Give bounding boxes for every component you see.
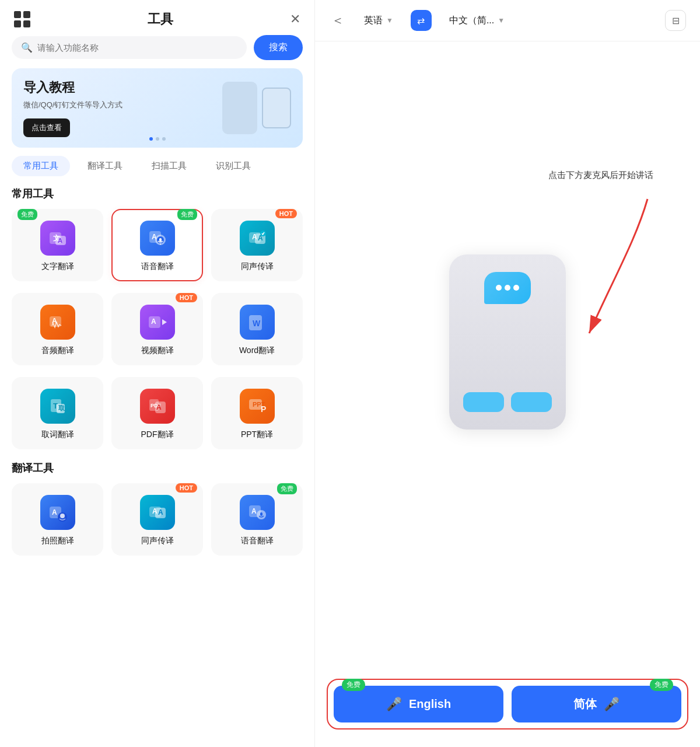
- tab-scan-tools[interactable]: 扫描工具: [140, 156, 198, 176]
- source-lang-selector[interactable]: 英语 ▼: [356, 10, 401, 32]
- text-translate-label: 文字翻译: [41, 261, 74, 272]
- video-translate-icon: A: [140, 305, 175, 340]
- doc-shape-decoration: [262, 88, 291, 128]
- search-icon: 🔍: [21, 42, 33, 53]
- word-extract-label: 取词翻译: [41, 430, 74, 440]
- tool-ppt-translate[interactable]: PPT P PPT翻译: [211, 377, 303, 449]
- pdf-translate-icon: PDF A: [140, 389, 175, 424]
- tool-voice-translate[interactable]: 免费 A 语音翻译: [111, 209, 203, 281]
- settings-button[interactable]: ⊟: [665, 10, 686, 31]
- header: 工具 ✕: [0, 0, 314, 35]
- hot-badge-video: HOT: [176, 293, 197, 302]
- ppt-translate-label: PPT翻译: [241, 430, 273, 440]
- tool-pdf-translate[interactable]: PDF A PDF翻译: [111, 377, 203, 449]
- banner-dots: [149, 137, 166, 141]
- phone-shape-decoration: [222, 82, 257, 134]
- chinese-free-badge: 免费: [650, 679, 673, 691]
- svg-text:A: A: [156, 403, 162, 411]
- word-extract-icon: T 取: [40, 389, 75, 424]
- speech-bubble: [484, 272, 531, 304]
- search-bar: 🔍 搜索: [0, 35, 314, 68]
- tool-photo-translate[interactable]: A 拍照翻译: [12, 483, 103, 556]
- right-header: ＜ 英语 ▼ ⇄ 中文（简... ▼ ⊟: [315, 0, 700, 41]
- common-tools-title: 常用工具: [12, 187, 303, 201]
- search-input-wrapper: 🔍: [12, 36, 247, 59]
- english-free-badge: 免费: [342, 679, 365, 691]
- banner-decoration: [222, 82, 291, 134]
- phone-controls: [463, 392, 552, 412]
- swap-language-button[interactable]: ⇄: [411, 10, 432, 31]
- chinese-label: 简体: [573, 696, 597, 712]
- svg-rect-8: [159, 238, 162, 242]
- tool-word-translate[interactable]: W Word翻译: [211, 293, 303, 365]
- hot-badge: HOT: [275, 209, 297, 218]
- settings-icon: ⊟: [672, 15, 680, 26]
- tool-text-translate[interactable]: 免费 文 A 文字翻译: [12, 209, 103, 281]
- simultaneous-label: 同声传译: [241, 261, 274, 272]
- svg-rect-44: [260, 512, 262, 516]
- simultaneous-icon: A A: [240, 221, 275, 256]
- tab-common-tools[interactable]: 常用工具: [12, 156, 70, 176]
- tool-voice-translate2[interactable]: 免费 A 语音翻译: [211, 483, 303, 556]
- phone-illustration: [449, 254, 566, 430]
- phone-control-1: [463, 392, 504, 412]
- annotation-area: 点击下方麦克风后开始讲话: [548, 170, 653, 186]
- svg-text:A: A: [58, 237, 62, 244]
- swap-icon: ⇄: [417, 15, 425, 26]
- search-input[interactable]: [37, 43, 237, 53]
- english-mic-icon: 🎤: [386, 697, 402, 712]
- photo-translate-label: 拍照翻译: [41, 536, 74, 546]
- english-label: English: [409, 697, 451, 711]
- tab-translate-tools[interactable]: 翻译工具: [76, 156, 134, 176]
- ppt-translate-icon: PPT P: [240, 389, 275, 424]
- tool-simultaneous[interactable]: HOT A A 同声传译: [211, 209, 303, 281]
- voice-translate-icon: A: [140, 221, 175, 256]
- free-badge: 免费: [18, 209, 37, 220]
- translate-tools-title: 翻译工具: [12, 461, 303, 475]
- word-translate-label: Word翻译: [239, 345, 275, 356]
- source-lang-arrow: ▼: [386, 16, 393, 25]
- tool-simultaneous2[interactable]: HOT A A 同声传译: [111, 483, 203, 556]
- tab-recognize-tools[interactable]: 识别工具: [204, 156, 262, 176]
- tool-audio-translate[interactable]: A 音频翻译: [12, 293, 103, 365]
- grid-icon[interactable]: [14, 11, 30, 27]
- tool-grid-row3: T 取 取词翻译 PDF A PDF翻译: [12, 377, 303, 449]
- banner-button[interactable]: 点击查看: [23, 118, 70, 137]
- annotation-text: 点击下方麦克风后开始讲话: [548, 170, 653, 181]
- chinese-mic-button[interactable]: 免费 简体 🎤: [512, 686, 681, 722]
- search-button[interactable]: 搜索: [254, 35, 303, 60]
- tool-grid-row2: A 音频翻译 HOT A 视频翻译: [12, 293, 303, 365]
- text-translate-icon: 文 A: [40, 221, 75, 256]
- svg-text:A: A: [151, 317, 156, 326]
- tool-video-translate[interactable]: HOT A 视频翻译: [111, 293, 203, 365]
- bubble-dot-2: [505, 285, 510, 291]
- target-lang-selector[interactable]: 中文（简... ▼: [441, 10, 513, 32]
- svg-text:A: A: [251, 507, 257, 515]
- dot-3: [162, 137, 166, 141]
- import-tutorial-banner[interactable]: 导入教程 微信/QQ/钉钉文件等导入方式 点击查看: [12, 68, 303, 148]
- video-translate-label: 视频翻译: [141, 345, 174, 356]
- photo-translate-icon: A: [40, 495, 75, 530]
- svg-text:W: W: [253, 319, 261, 328]
- dot-2: [156, 137, 159, 141]
- svg-text:P: P: [261, 404, 266, 414]
- back-button[interactable]: ＜: [329, 9, 346, 32]
- free-badge-voice2: 免费: [277, 483, 297, 494]
- svg-text:A: A: [52, 508, 57, 516]
- english-mic-button[interactable]: 免费 🎤 English: [334, 686, 503, 722]
- source-lang-label: 英语: [364, 15, 383, 27]
- right-panel: ＜ 英语 ▼ ⇄ 中文（简... ▼ ⊟: [315, 0, 700, 747]
- bubble-dot-3: [513, 285, 519, 291]
- tool-grid-row1: 免费 文 A 文字翻译 免费 A: [12, 209, 303, 281]
- voice-translate2-icon: A: [240, 495, 275, 530]
- right-content: 点击下方麦克风后开始讲话: [315, 41, 700, 747]
- left-panel: 工具 ✕ 🔍 搜索 导入教程 微信/QQ/钉钉文件等导入方式 点击查看 常用工具…: [0, 0, 315, 747]
- tool-grid-row4: A 拍照翻译 HOT A A: [12, 483, 303, 556]
- close-icon[interactable]: ✕: [290, 13, 300, 26]
- audio-translate-label: 音频翻译: [41, 345, 74, 356]
- bubble-dot-1: [496, 285, 502, 291]
- tool-word-extract[interactable]: T 取 取词翻译: [12, 377, 103, 449]
- voice-translate-label: 语音翻译: [141, 261, 174, 272]
- hot-badge-simul2: HOT: [176, 483, 197, 493]
- target-lang-arrow: ▼: [498, 16, 505, 25]
